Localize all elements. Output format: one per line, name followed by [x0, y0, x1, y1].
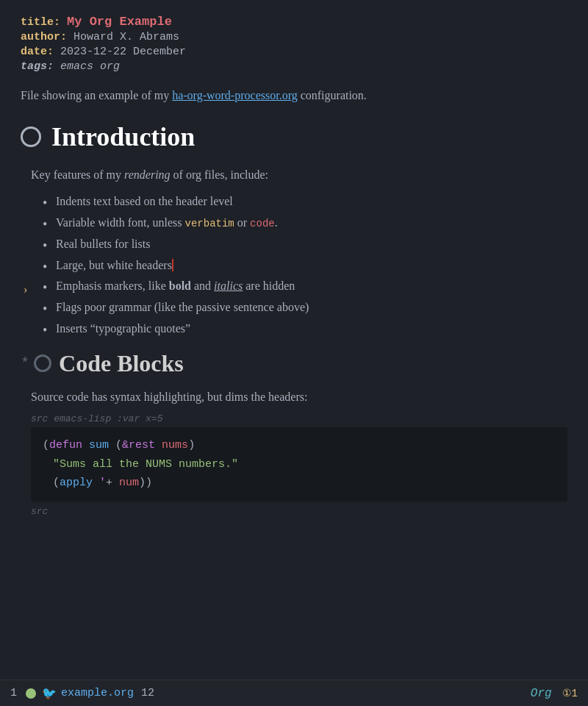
- section1-intro-text: Key features of my rendering of org file…: [21, 165, 567, 185]
- intro-paragraph: File showing an example of my ha-org-wor…: [21, 86, 567, 105]
- heading-code-blocks: * Code Blocks: [21, 350, 567, 377]
- meta-tags-key: tags:: [21, 60, 54, 73]
- list-item-text: Flags poor grammar (like the passive sen…: [56, 301, 309, 313]
- intro-link[interactable]: ha-org-word-processor.org: [172, 89, 297, 101]
- list-item: Inserts “typographic quotes”: [43, 318, 567, 340]
- list-item: Emphasis markers, like bold and italics …: [43, 276, 567, 297]
- list-item-text: Inserts “typographic quotes”: [56, 322, 190, 335]
- code-line-1: (defun sum (&rest nums): [43, 436, 556, 455]
- meta-author-key: author:: [21, 31, 67, 43]
- meta-tags-row: tags: emacs org: [21, 60, 567, 73]
- meta-author-row: author: Howard X. Abrams: [21, 31, 567, 43]
- status-bird-icon: 🐦: [42, 686, 57, 701]
- section1-body-before: Key features of my: [31, 168, 124, 181]
- code-text: code: [250, 218, 275, 229]
- meta-author-value: Howard X. Abrams: [74, 31, 179, 43]
- section1-body-end: of org files, include:: [171, 168, 268, 181]
- status-info: ①1: [562, 687, 578, 699]
- italic-text: italics: [214, 279, 243, 292]
- heading-2-label: Code Blocks: [59, 350, 184, 377]
- cursor-block: [172, 259, 173, 271]
- list-item: Flags poor grammar (like the passive sen…: [43, 297, 567, 318]
- meta-title-key: title:: [21, 16, 60, 29]
- list-item-text: Variable width font, unless verbatim or …: [56, 216, 278, 229]
- arrow-marker-icon: ›: [24, 283, 27, 296]
- code-line-2: "Sums all the NUMS numbers.": [43, 455, 556, 474]
- heading-1-label: Introduction: [51, 121, 195, 152]
- verbatim-text: verbatim: [185, 218, 234, 229]
- status-bar: 1 🐦 example.org 12 Org ①1: [0, 680, 588, 706]
- status-mode: Org: [531, 687, 552, 700]
- section1-body-italic: rendering: [124, 168, 171, 181]
- status-line-number: 1: [10, 687, 17, 699]
- list-item: Real bullets for lists: [43, 234, 567, 255]
- meta-title-row: title: My Org Example: [21, 15, 567, 29]
- status-dot-icon: [26, 688, 36, 699]
- src-block-footer: src: [21, 506, 567, 517]
- section2-intro-text: Source code has syntax highlighting, but…: [21, 388, 567, 407]
- list-item-text: Large, but white headers: [56, 259, 173, 271]
- section2-body: Source code has syntax highlighting, but…: [21, 388, 567, 517]
- meta-date-value: 2023-12-22 December: [60, 46, 186, 58]
- section1-body: Key features of my rendering of org file…: [21, 165, 567, 340]
- meta-date-key: date:: [21, 46, 54, 58]
- code-line-3: (apply '+ num)): [43, 474, 556, 493]
- list-item: Large, but white headers: [43, 255, 567, 277]
- intro-text-after: configuration.: [298, 89, 367, 101]
- status-filename: example.org: [61, 687, 134, 699]
- list-item-text: Emphasis markers, like bold and italics …: [56, 279, 295, 292]
- heading-2-bullet-icon: [34, 354, 51, 372]
- meta-block: title: My Org Example author: Howard X. …: [21, 15, 567, 73]
- list-item: Variable width font, unless verbatim or …: [43, 213, 567, 234]
- code-block: (defun sum (&rest nums) "Sums all the NU…: [31, 427, 567, 502]
- heading-introduction: Introduction: [21, 121, 567, 152]
- meta-title-value: My Org Example: [67, 15, 172, 29]
- src-block-header: src emacs-lisp :var x=5: [21, 413, 567, 424]
- intro-text-before: File showing an example of my: [21, 89, 172, 101]
- list-item: Indents text based on the header level: [43, 191, 567, 213]
- heading-1-bullet-icon: [21, 126, 41, 147]
- heading-2-prefix-icon: *: [21, 355, 29, 372]
- bold-text: bold: [169, 279, 191, 292]
- list-item-text: Indents text based on the header level: [56, 195, 233, 207]
- meta-date-row: date: 2023-12-22 December: [21, 46, 567, 58]
- section1-bullet-list: Indents text based on the header level V…: [21, 191, 567, 340]
- meta-tags-value: emacs org: [60, 60, 120, 73]
- status-column: 12: [141, 687, 154, 699]
- list-item-text: Real bullets for lists: [56, 238, 150, 250]
